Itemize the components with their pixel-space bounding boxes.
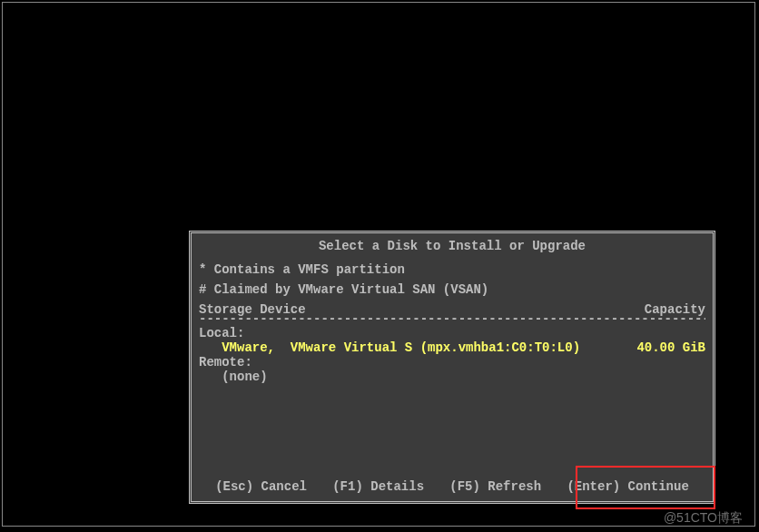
horizontal-rule: ----------------------------------------…: [199, 315, 705, 322]
disk-name: VMware, VMware Virtual S (mpx.vmhba1:C0:…: [199, 340, 624, 355]
disk-capacity: 40.00 GiB: [624, 340, 705, 355]
section-local-label: Local:: [199, 326, 705, 340]
action-bar: (Esc) Cancel (F1) Details (F5) Refresh (…: [192, 479, 713, 494]
select-disk-dialog: Select a Disk to Install or Upgrade * Co…: [189, 231, 715, 504]
details-button[interactable]: (F1) Details: [332, 479, 424, 494]
remote-none: (none): [199, 369, 705, 384]
disk-row[interactable]: VMware, VMware Virtual S (mpx.vmhba1:C0:…: [199, 340, 705, 355]
cancel-button[interactable]: (Esc) Cancel: [215, 479, 307, 494]
section-remote-label: Remote:: [199, 355, 705, 369]
watermark-text: @51CTO博客: [664, 510, 743, 527]
legend-vsan: # Claimed by VMware Virtual SAN (VSAN): [199, 282, 705, 297]
dialog-title: Select a Disk to Install or Upgrade: [199, 239, 705, 253]
refresh-button[interactable]: (F5) Refresh: [449, 479, 541, 494]
console-frame: Select a Disk to Install or Upgrade * Co…: [2, 2, 755, 527]
continue-button[interactable]: (Enter) Continue: [567, 479, 688, 494]
legend-vmfs: * Contains a VMFS partition: [199, 262, 705, 277]
